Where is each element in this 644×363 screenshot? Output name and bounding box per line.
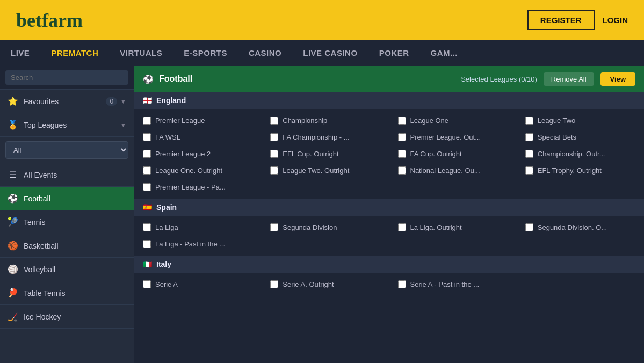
league-checkbox[interactable] bbox=[270, 280, 278, 288]
league-item[interactable]: FA WSL bbox=[134, 129, 262, 146]
league-name: Premier League. Out... bbox=[410, 133, 481, 141]
league-item[interactable]: Premier League - Pa... bbox=[134, 179, 262, 195]
league-name: FA Cup. Outright bbox=[410, 150, 462, 158]
league-checkbox[interactable] bbox=[143, 183, 151, 191]
league-checkbox[interactable] bbox=[525, 150, 533, 158]
league-checkbox[interactable] bbox=[398, 150, 406, 158]
nav-item-casino[interactable]: CASINO bbox=[249, 48, 281, 57]
league-checkbox[interactable] bbox=[525, 133, 533, 141]
login-button[interactable]: LOGIN bbox=[603, 16, 628, 25]
view-button[interactable]: View bbox=[600, 72, 635, 86]
league-checkbox[interactable] bbox=[143, 240, 151, 248]
league-item[interactable]: La Liga bbox=[134, 219, 262, 236]
league-checkbox[interactable] bbox=[398, 280, 406, 288]
nav-item-live[interactable]: LIVE bbox=[11, 48, 30, 57]
favourites-label: Favourites bbox=[24, 97, 59, 106]
search-input[interactable] bbox=[5, 70, 128, 85]
league-checkbox[interactable] bbox=[270, 133, 278, 141]
league-item[interactable]: Serie A - Past in the ... bbox=[389, 276, 517, 293]
league-item[interactable]: League One bbox=[389, 112, 517, 129]
league-item[interactable]: FA Cup. Outright bbox=[389, 146, 517, 162]
all-select-container: All bbox=[5, 141, 128, 159]
top-leagues-item[interactable]: 🏅 Top Leagues ▼ bbox=[0, 113, 134, 137]
league-name: Championship. Outr... bbox=[538, 150, 605, 158]
league-checkbox[interactable] bbox=[143, 150, 151, 158]
sidebar-sport-tennis[interactable]: 🎾 Tennis bbox=[0, 210, 134, 234]
league-name: Premier League - Pa... bbox=[155, 183, 226, 191]
league-checkbox[interactable] bbox=[143, 223, 151, 231]
country-section-italy: 🇮🇹Italy Serie A Serie A. Outright Serie … bbox=[134, 256, 644, 296]
league-name: League Two. Outright bbox=[283, 166, 349, 175]
league-checkbox[interactable] bbox=[270, 223, 278, 231]
category-select[interactable]: All bbox=[5, 141, 128, 159]
sidebar-sport-volleyball[interactable]: 🏐 Volleyball bbox=[0, 258, 134, 281]
list-icon: ☰ bbox=[8, 170, 18, 180]
league-checkbox[interactable] bbox=[143, 117, 151, 125]
sidebar-sport-football[interactable]: ⚽ Football bbox=[0, 187, 134, 210]
country-name: England bbox=[156, 96, 186, 105]
sidebar-sport-ice-hockey[interactable]: 🏒 Ice Hockey bbox=[0, 305, 134, 329]
league-item[interactable]: Championship. Outr... bbox=[517, 146, 644, 162]
league-checkbox[interactable] bbox=[525, 223, 533, 231]
nav-item-virtuals[interactable]: VIRTUALS bbox=[120, 48, 162, 57]
league-checkbox[interactable] bbox=[525, 166, 533, 175]
league-item[interactable]: League One. Outright bbox=[134, 162, 262, 179]
sidebar-sport-basketball[interactable]: 🏀 Basketball bbox=[0, 234, 134, 258]
league-checkbox[interactable] bbox=[270, 117, 278, 125]
league-checkbox[interactable] bbox=[143, 133, 151, 141]
favourites-item[interactable]: ⭐ Favourites 0 ▼ bbox=[0, 90, 134, 113]
nav-item-gam[interactable]: GAM... bbox=[430, 48, 458, 57]
league-checkbox[interactable] bbox=[143, 166, 151, 175]
league-item[interactable]: La Liga - Past in the ... bbox=[134, 236, 262, 252]
league-item[interactable]: EFL Cup. Outright bbox=[262, 146, 389, 162]
league-name: Premier League 2 bbox=[155, 150, 211, 158]
league-checkbox[interactable] bbox=[398, 117, 406, 125]
football-icon-header: ⚽ bbox=[143, 74, 154, 84]
flag-icon: 🇪🇸 bbox=[143, 203, 152, 212]
content-header: ⚽ Football Selected Leagues (0/10) Remov… bbox=[134, 66, 644, 92]
league-name: Segunda Division. O... bbox=[538, 223, 607, 231]
all-events-item[interactable]: ☰ All Events bbox=[0, 163, 134, 187]
league-name: Special Bets bbox=[538, 133, 576, 141]
nav-item-poker[interactable]: POKER bbox=[379, 48, 409, 57]
register-button[interactable]: REGISTER bbox=[527, 10, 595, 30]
league-checkbox[interactable] bbox=[143, 280, 151, 288]
league-checkbox[interactable] bbox=[398, 133, 406, 141]
ice-hockey-icon: 🏒 bbox=[8, 311, 18, 322]
league-checkbox[interactable] bbox=[270, 166, 278, 175]
league-name: Segunda Division bbox=[283, 223, 337, 231]
sidebar-sport-table-tennis[interactable]: 🏓 Table Tennis bbox=[0, 281, 134, 305]
league-item[interactable]: Premier League. Out... bbox=[389, 129, 517, 146]
nav-item-esports[interactable]: E-SPORTS bbox=[184, 48, 227, 57]
league-item[interactable]: Special Bets bbox=[517, 129, 644, 146]
league-item[interactable]: League Two bbox=[517, 112, 644, 129]
league-item[interactable]: EFL Trophy. Outright bbox=[517, 162, 644, 179]
league-checkbox[interactable] bbox=[525, 117, 533, 125]
nav-item-livecasino[interactable]: LIVE CASINO bbox=[303, 48, 357, 57]
league-item[interactable]: La Liga. Outright bbox=[389, 219, 517, 236]
country-header-spain: 🇪🇸Spain bbox=[134, 199, 644, 216]
league-item[interactable]: Championship bbox=[262, 112, 389, 129]
league-item[interactable]: Segunda Division. O... bbox=[517, 219, 644, 236]
league-item[interactable]: Segunda Division bbox=[262, 219, 389, 236]
league-name: Serie A bbox=[155, 280, 178, 288]
top-leagues-label: Top Leagues bbox=[24, 121, 67, 129]
league-item[interactable]: Premier League bbox=[134, 112, 262, 129]
league-item[interactable]: Serie A. Outright bbox=[262, 276, 389, 293]
league-item[interactable]: FA Championship - ... bbox=[262, 129, 389, 146]
remove-all-button[interactable]: Remove All bbox=[544, 72, 594, 86]
league-checkbox[interactable] bbox=[270, 150, 278, 158]
league-item[interactable]: Serie A bbox=[134, 276, 262, 293]
league-item[interactable]: National League. Ou... bbox=[389, 162, 517, 179]
country-name: Spain bbox=[156, 203, 177, 212]
league-name: Championship bbox=[283, 117, 327, 125]
country-name: Italy bbox=[156, 260, 171, 268]
league-checkbox[interactable] bbox=[398, 223, 406, 231]
leagues-grid-spain: La Liga Segunda Division La Liga. Outrig… bbox=[134, 216, 644, 256]
league-item[interactable]: Premier League 2 bbox=[134, 146, 262, 162]
league-checkbox[interactable] bbox=[398, 166, 406, 175]
country-section-spain: 🇪🇸Spain La Liga Segunda Division La Liga… bbox=[134, 199, 644, 256]
league-name: FA Championship - ... bbox=[283, 133, 349, 141]
league-item[interactable]: League Two. Outright bbox=[262, 162, 389, 179]
nav-item-prematch[interactable]: PREMATCH bbox=[51, 48, 98, 57]
